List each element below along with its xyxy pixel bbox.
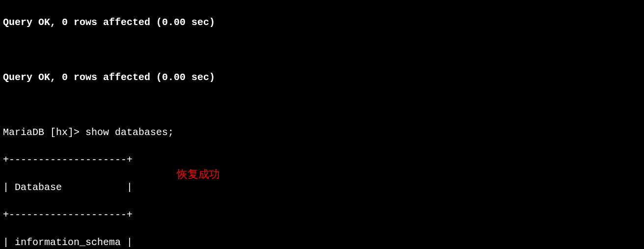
query-result-line: Query OK, 0 rows affected (0.00 sec) <box>3 71 641 84</box>
table-border: +--------------------+ <box>3 153 641 167</box>
table-border: +--------------------+ <box>3 208 641 222</box>
blank-line <box>3 43 641 57</box>
query-result-line: Query OK, 0 rows affected (0.00 sec) <box>3 16 641 29</box>
annotation-label: 恢复成功 <box>177 167 220 182</box>
terminal-output: Query OK, 0 rows affected (0.00 sec) Que… <box>0 0 644 249</box>
table-header: | Database | <box>3 181 641 194</box>
blank-line <box>3 98 641 112</box>
table-row: | information_schema | <box>3 236 641 249</box>
prompt-command-line: MariaDB [hx]> show databases; <box>3 126 641 139</box>
